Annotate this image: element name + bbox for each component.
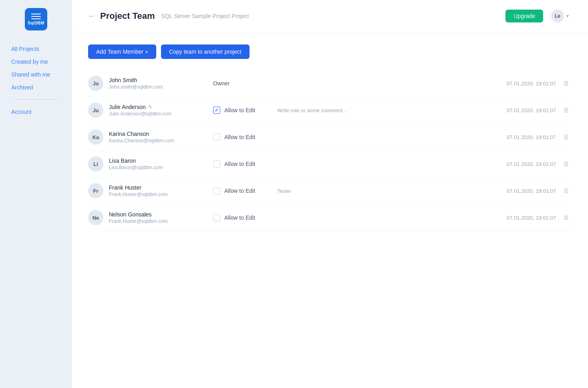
member-name: Julie Anderson✎ [109, 104, 213, 110]
sidebar-item-all-projects[interactable]: All Projects [8, 43, 64, 55]
delete-member-button[interactable]: 🗑 [561, 187, 572, 194]
permission-label: Allow to Edit [224, 188, 255, 194]
add-team-member-button[interactable]: Add Team Member + [88, 44, 156, 59]
page-title: Project Team [100, 11, 155, 21]
allow-edit-checkbox[interactable] [213, 107, 220, 114]
team-row: KaKarina ChansonKarina.Chanson@sqldbm.co… [88, 124, 572, 151]
member-info: Nelson GonsalesFrank.Huster@sqldbm.com [109, 211, 213, 224]
member-info: John SmithJohn.smith@sqldbm.com [109, 77, 213, 90]
member-permission: Allow to Edit [213, 187, 277, 194]
member-email: Lisa.Baron@sqldbm.com [109, 165, 213, 170]
member-email: John.smith@sqldbm.com [109, 84, 213, 90]
action-buttons: Add Team Member + Copy team to another p… [88, 44, 572, 59]
member-info: Lisa BaronLisa.Baron@sqldbm.com [109, 158, 213, 170]
delete-member-button[interactable]: 🗑 [561, 160, 572, 168]
member-name: John Smith [109, 77, 213, 83]
member-permission: Allow to Edit [213, 214, 277, 221]
team-row: NeNelson GonsalesFrank.Huster@sqldbm.com… [88, 204, 572, 231]
delete-member-button[interactable]: 🗑 [561, 107, 572, 114]
allow-edit-checkbox[interactable] [213, 187, 220, 194]
delete-member-button[interactable]: 🗑 [561, 214, 572, 221]
member-name: Frank Huster [109, 184, 213, 191]
page-subtitle: SQL Server Sample Project Project [161, 13, 249, 19]
member-comment[interactable]: Write role or some comment... [277, 107, 484, 113]
member-info: Julie Anderson✎Julie.Anderson@sqldbm.com [109, 104, 213, 117]
permission-label: Allow to Edit [224, 134, 255, 140]
member-info: Karina ChansonKarina.Chanson@sqldbm.com [109, 131, 213, 143]
team-row: FrFrank HusterFrank.Huster@sqldbm.comAll… [88, 178, 572, 204]
member-comment: Tester [277, 188, 484, 194]
user-avatar: Le [551, 10, 564, 22]
member-name: Nelson Gonsales [109, 211, 213, 218]
member-permission: Allow to Edit [213, 160, 277, 168]
member-info: Frank HusterFrank.Huster@sqldbm.com [109, 184, 213, 197]
sidebar-item-archived[interactable]: Archived [8, 82, 64, 93]
member-email: Julie.Anderson@sqldbm.com [109, 111, 213, 117]
team-list: JoJohn SmithJohn.smith@sqldbm.comOwner07… [88, 70, 572, 231]
back-button[interactable]: ← [88, 12, 95, 20]
member-permission: Allow to Edit [213, 107, 277, 114]
member-avatar: Fr [88, 183, 103, 198]
member-permission: Owner [213, 80, 357, 87]
member-date: 07.01.2020, 19:01:07 [484, 215, 556, 221]
member-email: Frank.Huster@sqldbm.com [109, 218, 213, 224]
member-name: Karina Chanson [109, 131, 213, 137]
member-date: 07.01.2020, 19:01:07 [484, 107, 556, 113]
allow-edit-checkbox[interactable] [213, 133, 220, 141]
member-date: 07.01.2020, 19:01:07 [484, 81, 556, 87]
allow-edit-checkbox[interactable] [213, 160, 220, 168]
sidebar-item-shared-with-me[interactable]: Shared with me [8, 69, 64, 80]
member-email: Karina.Chanson@sqldbm.com [109, 138, 213, 143]
team-row: LiLisa BaronLisa.Baron@sqldbm.comAllow t… [88, 151, 572, 178]
chevron-down-icon: ▾ [566, 13, 569, 19]
member-avatar: Ju [88, 103, 103, 118]
header-left: ← Project Team SQL Server Sample Project… [88, 11, 249, 21]
permission-label: Allow to Edit [224, 107, 255, 113]
content-area: Add Team Member + Copy team to another p… [72, 32, 588, 388]
sidebar-item-account[interactable]: Account [8, 106, 64, 117]
header-right: Upgrade Le ▾ [505, 8, 572, 24]
header: ← Project Team SQL Server Sample Project… [72, 0, 588, 32]
logo[interactable]: SqlDBM [25, 8, 47, 30]
member-date: 07.01.2020, 19:01:07 [484, 134, 556, 140]
sidebar: SqlDBM All Projects Created by me Shared… [0, 0, 72, 388]
main-content: ← Project Team SQL Server Sample Project… [72, 0, 588, 388]
upgrade-button[interactable]: Upgrade [505, 10, 543, 22]
member-avatar: Ne [88, 210, 103, 225]
user-menu[interactable]: Le ▾ [548, 8, 572, 24]
member-role: Owner [213, 80, 230, 87]
sidebar-item-created-by-me[interactable]: Created by me [8, 56, 64, 67]
nav-links: All Projects Created by me Shared with m… [0, 43, 72, 117]
member-permission: Allow to Edit [213, 133, 277, 141]
team-row: JoJohn SmithJohn.smith@sqldbm.comOwner07… [88, 70, 572, 97]
nav-divider [14, 99, 58, 100]
delete-member-button[interactable]: 🗑 [561, 133, 572, 141]
member-name: Lisa Baron [109, 158, 213, 164]
permission-label: Allow to Edit [224, 214, 255, 221]
logo-icon [31, 14, 41, 19]
member-avatar: Jo [88, 76, 103, 91]
member-avatar: Li [88, 156, 103, 172]
team-row: JuJulie Anderson✎Julie.Anderson@sqldbm.c… [88, 97, 572, 124]
permission-label: Allow to Edit [224, 161, 255, 167]
member-avatar: Ka [88, 129, 103, 145]
member-email: Frank.Huster@sqldbm.com [109, 192, 213, 197]
delete-member-button[interactable]: 🗑 [561, 80, 572, 87]
allow-edit-checkbox[interactable] [213, 214, 220, 221]
member-date: 07.01.2020, 19:01:07 [484, 188, 556, 194]
copy-team-button[interactable]: Copy team to another project [161, 44, 250, 59]
member-date: 07.01.2020, 19:01:07 [484, 161, 556, 167]
edit-name-icon[interactable]: ✎ [148, 104, 152, 110]
logo-text: SqlDBM [28, 21, 44, 25]
